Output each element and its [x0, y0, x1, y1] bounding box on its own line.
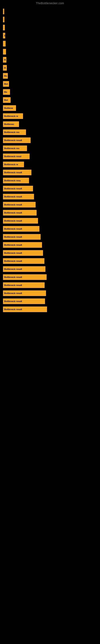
bar-row: Bottleneck result [3, 290, 98, 297]
bar-label: Bottleneck result [4, 300, 22, 302]
bar: Bottleneck result [3, 170, 31, 175]
bar-label: Bottleneck result [4, 187, 22, 190]
bar: Bottleneck result [3, 138, 31, 143]
bar: Bottleneck resul [3, 154, 30, 159]
bar-label: Bottleneck result [4, 220, 22, 222]
bar: Bottleneck result [3, 218, 38, 224]
bar-row: Bottleneck res [3, 128, 98, 136]
bar: Bottleneck result [3, 226, 39, 232]
bar-label: Bottleneck result [4, 244, 22, 246]
bar-label: Bottleneck re [4, 115, 18, 117]
bar-row: Bottleneck res [3, 144, 98, 152]
bar-row [3, 8, 98, 15]
bar [3, 25, 5, 30]
bar: Bottleneck result [3, 298, 45, 304]
bar-label: Bottleneck result [4, 276, 22, 278]
bar: Bottleneck result [3, 186, 33, 192]
bar-label: Bo [4, 75, 7, 77]
bar-row: Bottleneck re [3, 112, 98, 120]
bar-label: Bottleneck result [4, 204, 22, 206]
bar: Bottleneck resu [3, 178, 29, 183]
bar-label: Bottleneck result [4, 196, 22, 198]
bar-row [3, 16, 98, 23]
bar-row: B [3, 56, 98, 64]
bar: Bottleneck re [3, 162, 24, 167]
bar-label: Bottleneck resu [4, 179, 21, 182]
bar-row: Bottleneck resul [3, 152, 98, 160]
bar-label: Bottleneck result [4, 252, 22, 254]
bar-row: Bottleneck resu [3, 177, 98, 184]
bar-label: Bottleneck result [4, 228, 22, 230]
bar-row: Bottleneck result [3, 306, 98, 313]
bar: Bottleneck result [3, 258, 44, 264]
site-title: TheBottlenecker.com [0, 0, 100, 6]
bar-row: Bottleneck result [3, 201, 98, 208]
bars-container: BBBBoBotBoBotBottleneBottleneck reBottle… [0, 6, 100, 316]
bar: Bo [3, 89, 10, 95]
bar-row: Bottleneck result [3, 169, 98, 176]
bar-row [3, 40, 98, 48]
bar-row: Bottleneck result [3, 217, 98, 224]
bar-label: Bottleneck result [4, 268, 22, 270]
bar-label: Bottleneck result [4, 284, 22, 286]
bar: Bo [3, 73, 8, 79]
bar: Bottleneck result [3, 242, 42, 248]
bar-row: B [3, 64, 98, 72]
bar-label: Bottleneck result [4, 236, 22, 238]
bar: Bottleneck result [3, 290, 46, 296]
bar-label: B [4, 66, 6, 69]
bar-label: Bottlene [4, 107, 13, 109]
bar-row: Bottleneck result [3, 136, 98, 144]
bar: Bottleneck result [3, 250, 43, 256]
bar-label: Bot [4, 99, 8, 101]
bar-row: Bottleneck result [3, 298, 98, 305]
bar-label: Bottleneck result [4, 139, 22, 142]
bar-row: Bottleneck result [3, 257, 98, 265]
bar-row: Bottleneck result [3, 185, 98, 192]
bar-row: Bottleneck result [3, 273, 98, 281]
bar-label: Bottleneck res [4, 131, 19, 134]
bar-label: Bo [4, 91, 7, 93]
bar-label: Bottleneck result [4, 171, 22, 174]
bar-label: B [4, 58, 6, 61]
bar: Bottleneck result [3, 282, 45, 288]
bar: Bottlene [3, 105, 16, 111]
bar-row: Bottleneck re [3, 160, 98, 168]
bar-row: Bottlene [3, 104, 98, 112]
bar-row: B [3, 32, 98, 40]
bar-row: Bottleneck result [3, 265, 98, 273]
bar-row: Bottleneck result [3, 281, 98, 289]
bar: Bottleneck result [3, 306, 47, 312]
bar: Bottleneck result [3, 266, 46, 272]
bar-label: Bottleneck result [4, 292, 22, 294]
bar-row: Bot [3, 80, 98, 88]
bar-label: Bottleneck re [4, 163, 18, 166]
bar-row: Bo [3, 88, 98, 96]
bar-row [3, 24, 98, 32]
bar-label: Bottleneck result [4, 212, 22, 214]
bar-row: Bottleneck result [3, 209, 98, 216]
bar-row: Bottleneck result [3, 241, 98, 249]
bar-label: Bottleneck resul [4, 155, 21, 158]
bar: B [3, 57, 6, 62]
bar: Bot [3, 97, 11, 103]
bar: Bottleneck result [3, 194, 34, 200]
bar: Bot [3, 81, 9, 87]
bar-row [3, 48, 98, 56]
bar-row: Bo [3, 72, 98, 80]
bar: B [3, 65, 7, 71]
bar-label: Bottleneck result [4, 260, 22, 262]
bar: Bottleneck result [3, 202, 36, 208]
bar-row: Bottleneck result [3, 225, 98, 233]
bar [3, 41, 6, 46]
bar: Bottleneck re [3, 113, 23, 119]
bar-label: Bottleneck res [4, 147, 19, 150]
bar-row: Bottleneck result [3, 193, 98, 200]
bar-row: Bottleneck result [3, 249, 98, 257]
bar-label: B [4, 34, 5, 37]
bar-label: Bottleneck result [4, 308, 22, 310]
bar-label: Bottlenec [4, 123, 14, 126]
bar: B [3, 33, 5, 38]
bar: Bottlenec [3, 121, 19, 127]
bar-row: Bot [3, 96, 98, 104]
